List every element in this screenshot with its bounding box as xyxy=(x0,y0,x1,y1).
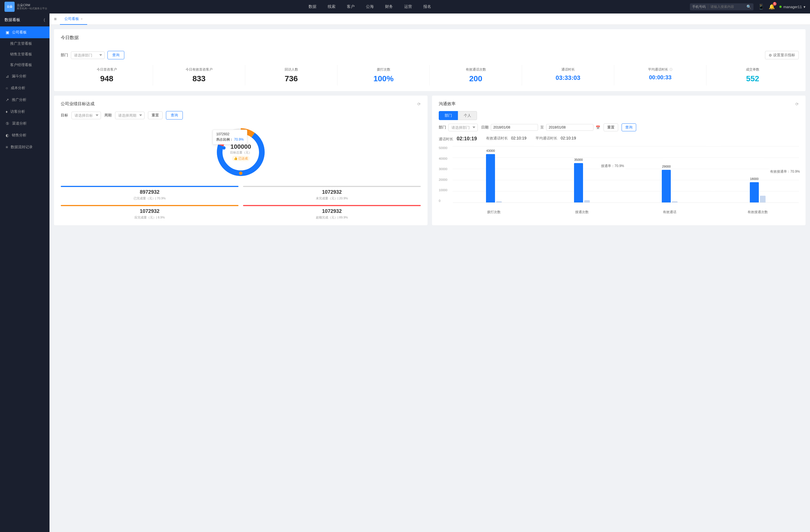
nav-finance[interactable]: 财务 xyxy=(383,3,395,11)
sidebar-item-channel[interactable]: ⑤ 渠道分析 xyxy=(0,118,49,129)
comm-date-to[interactable] xyxy=(546,124,594,131)
comm-stat-effective-value: 02:10:19 xyxy=(511,136,526,140)
tab-menu-button[interactable]: ≡ xyxy=(54,17,56,22)
metric-call-duration-value: 03:33:03 xyxy=(523,74,613,82)
tablet-icon[interactable]: 📱 xyxy=(758,4,764,10)
nav-sea[interactable]: 公海 xyxy=(364,3,376,11)
nav-operations[interactable]: 运营 xyxy=(402,3,414,11)
sidebar-item-promotion[interactable]: ↗ 推广分析 xyxy=(0,94,49,106)
comm-stat-duration-label: 通话时长 xyxy=(439,137,453,141)
sidebar-item-client-mgr[interactable]: 客户经理看板 xyxy=(0,60,49,70)
goal-content: 1072932 所占比例： 70.9% xyxy=(61,124,421,220)
goal-stat-should-complete: 1072932 应完成量（元）| 8.9% xyxy=(61,205,239,220)
content-area: ≡ 公司看板 × 今日数据 部门 请选择部门 xyxy=(49,14,810,532)
x-label-dial: 拨打次数 xyxy=(453,210,535,215)
sidebar-item-visitor[interactable]: ♦ 访客分析 xyxy=(0,106,49,118)
goal-chart-header: 公司业绩目标达成 ⟳ xyxy=(61,101,421,106)
bar-connect-secondary xyxy=(584,200,590,202)
svg-point-5 xyxy=(222,146,226,150)
donut-center: 100000 目标总量（元） 👍 已达成 xyxy=(230,143,252,161)
nav-registration[interactable]: 报名 xyxy=(421,3,433,11)
donut-tooltip: 1072932 所占比例： 70.9% xyxy=(213,130,247,145)
comm-tab-personal[interactable]: 个人 xyxy=(458,111,477,120)
goal-query-button[interactable]: 查询 xyxy=(166,111,183,119)
comm-chart-refresh-icon[interactable]: ⟳ xyxy=(795,102,799,106)
comm-tab-dept[interactable]: 部门 xyxy=(439,111,458,120)
should-complete-label: 应完成量（元）| 8.9% xyxy=(61,215,239,220)
metric-revisit-value: 736 xyxy=(246,74,336,83)
x-label-effective: 有效通话 xyxy=(629,210,711,215)
user-dropdown-icon: ▾ xyxy=(804,5,806,9)
logo-text: 云朵CRM 教育机构一站式服务云平台 xyxy=(17,3,47,11)
tab-close-button[interactable]: × xyxy=(81,17,82,20)
comm-dept-select[interactable]: 请选择部门 xyxy=(448,124,478,131)
sidebar-item-visitor-label: 访客分析 xyxy=(11,109,25,114)
bar-eff-connect-main: 18000 xyxy=(750,182,759,202)
completed-value: 8972932 xyxy=(61,189,239,195)
donut-tooltip-rate: 所占比例： 70.9% xyxy=(216,137,244,142)
uncompleted-bar xyxy=(243,186,421,187)
should-complete-bar xyxy=(61,205,239,206)
sidebar-item-data-flow[interactable]: ≡ 数据流转记录 xyxy=(0,141,49,153)
nav-items: 数据 线索 客户 公海 财务 运营 报名 xyxy=(49,3,690,11)
search-icon[interactable]: 🔍 xyxy=(746,4,751,9)
sidebar-item-funnel[interactable]: ⊿ 漏斗分析 xyxy=(0,70,49,82)
completed-bar xyxy=(61,186,239,187)
sidebar-item-cost-label: 成本分析 xyxy=(11,85,25,90)
tab-bar: ≡ 公司看板 × xyxy=(49,14,810,25)
comm-reset-button[interactable]: 重置 xyxy=(603,123,618,131)
nav-customers[interactable]: 客户 xyxy=(344,3,357,11)
search-divider xyxy=(708,4,708,9)
comm-query-button[interactable]: 查询 xyxy=(621,123,636,131)
sidebar-item-sales-mgr[interactable]: 销售主管看板 xyxy=(0,49,49,60)
metric-effective-calls: 有效通话次数 200 xyxy=(430,65,522,85)
bar-effective-label: 29000 xyxy=(662,165,671,168)
goal-stat-uncompleted: 1072932 未完成量（元）| 20.9% xyxy=(243,186,421,200)
connect-rate-label: 接通率：70.9% xyxy=(599,163,626,169)
sidebar-item-company[interactable]: ▣ 公司看板 xyxy=(0,27,49,38)
sidebar-item-sales[interactable]: ◐ 销售分析 xyxy=(0,129,49,141)
bar-eff-connect-secondary xyxy=(760,196,765,202)
grid-line-bottom xyxy=(453,202,799,203)
goal-stats: 8972932 已完成量（元）| 70.9% 1072932 未完成量（元）| … xyxy=(61,186,421,220)
calendar-icon[interactable]: 📅 xyxy=(596,126,600,130)
nav-leads[interactable]: 线索 xyxy=(325,3,338,11)
metric-dial-count: 拨打次数 100% xyxy=(338,65,430,85)
comm-stat-avg: 平均通话时长 02:10:19 xyxy=(535,136,576,142)
nav-data[interactable]: 数据 xyxy=(306,3,319,11)
goal-chart-refresh-icon[interactable]: ⟳ xyxy=(417,102,421,106)
x-axis-labels: 拨打次数 接通次数 有效通话 有效接通次数 xyxy=(439,210,799,215)
bar-group-effective-connect: 有效接通率：70.9% 18000 xyxy=(717,146,799,202)
goal-chart-card: 公司业绩目标达成 ⟳ 目标 请选择目标 周期 请选择周期 重置 查询 xyxy=(54,96,427,225)
metric-effective-calls-value: 200 xyxy=(431,74,521,83)
goal-target-select[interactable]: 请选择目标 xyxy=(71,112,101,119)
sidebar-item-cost[interactable]: ○ 成本分析 xyxy=(0,82,49,94)
comm-dept-label: 部门 xyxy=(439,125,446,130)
tab-company-board[interactable]: 公司看板 × xyxy=(60,14,87,25)
sidebar-item-promoter[interactable]: 推广主管看板 xyxy=(0,38,49,49)
search-type-select[interactable]: 手机号码 xyxy=(692,4,706,9)
bar-effective-main: 29000 xyxy=(662,170,671,202)
dept-filter-select[interactable]: 请选择部门 xyxy=(71,51,104,59)
bar-group-connect-bars: 35000 xyxy=(574,146,590,202)
today-data-query-button[interactable]: 查询 xyxy=(108,51,124,59)
metric-first-consult-value: 948 xyxy=(62,74,151,83)
goal-period-select[interactable]: 请选择周期 xyxy=(115,112,145,119)
metric-avg-duration: 平均通话时长 ⓘ 00:00:33 xyxy=(614,65,707,85)
bar-dial-label: 43000 xyxy=(486,149,495,152)
donut-chart: 1072932 所占比例： 70.9% xyxy=(213,124,269,180)
today-data-header: 今日数据 xyxy=(61,35,799,45)
main-layout: 数据看板 ⟨ ▣ 公司看板 推广主管看板 销售主管看板 客户经理看板 ⊿ 漏斗分… xyxy=(0,14,810,532)
settings-display-button[interactable]: ⚙ 设置显示指标 xyxy=(765,51,799,59)
sidebar-header: 数据看板 ⟨ xyxy=(0,14,49,27)
comm-date-from[interactable] xyxy=(491,124,538,131)
logo: 云朵 云朵CRM 教育机构一站式服务云平台 xyxy=(4,2,49,12)
search-input[interactable] xyxy=(710,5,744,9)
bar-group-connect: 接通率：70.9% 35000 xyxy=(541,146,623,202)
user-info[interactable]: manager11 ▾ xyxy=(779,5,806,9)
svg-point-4 xyxy=(239,171,242,175)
goal-reset-button[interactable]: 重置 xyxy=(148,111,163,119)
notification-icon[interactable]: 🔔 5 xyxy=(769,4,775,10)
y-label-0: 0 xyxy=(439,199,448,202)
sidebar-toggle[interactable]: ⟨ xyxy=(44,18,45,22)
